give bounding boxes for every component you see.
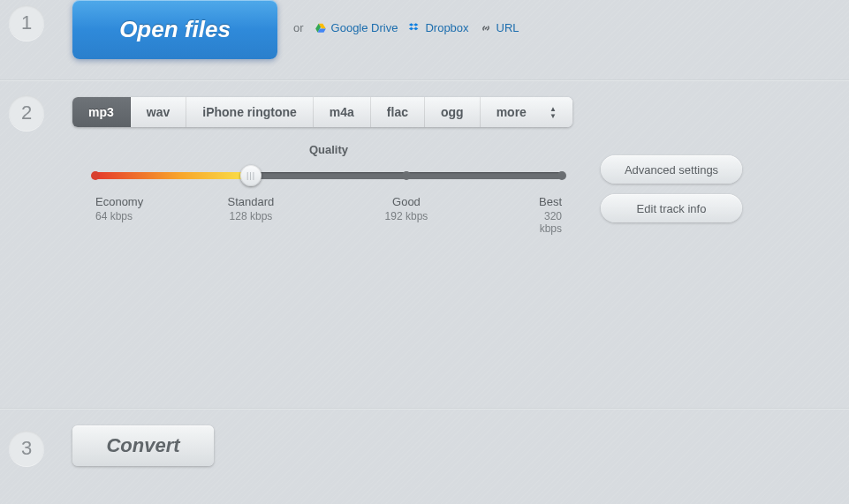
slider-tick-good[interactable] bbox=[402, 171, 411, 180]
google-drive-label: Google Drive bbox=[331, 21, 398, 34]
quality-bitrate: 192 kbps bbox=[385, 210, 428, 222]
side-buttons: Advanced settings Edit track info bbox=[601, 155, 742, 222]
quality-title: Quality bbox=[72, 143, 585, 156]
open-files-button[interactable]: Open files bbox=[72, 0, 277, 59]
dropbox-label: Dropbox bbox=[425, 21, 468, 34]
or-label: or bbox=[293, 21, 304, 34]
google-drive-icon bbox=[315, 22, 327, 34]
tab-more-label: more bbox=[497, 105, 527, 119]
tab-iphone-ringtone[interactable]: iPhone ringtone bbox=[186, 97, 314, 127]
step-1-badge: 1 bbox=[9, 5, 44, 41]
tab-ogg[interactable]: ogg bbox=[425, 97, 481, 127]
link-icon bbox=[480, 22, 492, 34]
quality-label-good: Good 192 kbps bbox=[385, 195, 428, 222]
dropbox-icon bbox=[408, 22, 421, 34]
tab-mp3[interactable]: mp3 bbox=[72, 97, 131, 127]
convert-button[interactable]: Convert bbox=[72, 425, 214, 466]
quality-name: Standard bbox=[228, 195, 275, 208]
quality-label-economy: Economy 64 kbps bbox=[95, 195, 143, 222]
quality-bitrate: 128 kbps bbox=[228, 210, 275, 222]
quality-bitrate: 64 kbps bbox=[95, 210, 143, 222]
tab-m4a[interactable]: m4a bbox=[314, 97, 371, 127]
quality-name: Good bbox=[392, 195, 421, 208]
step-1: 1 Open files or Google Drive Dropbox URL bbox=[0, 0, 849, 79]
quality-label-standard: Standard 128 kbps bbox=[228, 195, 275, 222]
edit-track-info-button[interactable]: Edit track info bbox=[601, 194, 742, 222]
updown-arrows-icon: ▲▼ bbox=[550, 106, 557, 119]
tab-flac[interactable]: flac bbox=[371, 97, 425, 127]
advanced-settings-button[interactable]: Advanced settings bbox=[601, 155, 742, 184]
slider-thumb[interactable] bbox=[240, 165, 262, 186]
url-link[interactable]: URL bbox=[480, 21, 519, 34]
slider-tick-economy[interactable] bbox=[91, 171, 100, 180]
dropbox-link[interactable]: Dropbox bbox=[408, 21, 468, 34]
step-2: 2 mp3 wav iPhone ringtone m4a flac ogg m… bbox=[0, 81, 849, 408]
quality-bitrate: 320 kbps bbox=[539, 210, 562, 235]
quality-name: Economy bbox=[95, 195, 143, 208]
google-drive-link[interactable]: Google Drive bbox=[315, 21, 398, 34]
step-2-badge: 2 bbox=[9, 95, 44, 131]
url-label: URL bbox=[497, 21, 519, 34]
quality-label-best: Best 320 kbps bbox=[539, 195, 562, 235]
format-tabs: mp3 wav iPhone ringtone m4a flac ogg mor… bbox=[72, 97, 572, 127]
slider-fill bbox=[95, 172, 249, 179]
slider-tick-best[interactable] bbox=[557, 171, 566, 180]
source-options: or Google Drive Dropbox URL bbox=[293, 21, 519, 34]
quality-name: Best bbox=[539, 195, 562, 208]
step-3-badge: 3 bbox=[9, 431, 44, 466]
quality-slider[interactable] bbox=[95, 169, 562, 183]
step-3: 3 Convert bbox=[0, 410, 849, 489]
tab-wav[interactable]: wav bbox=[131, 97, 186, 127]
tab-more[interactable]: more ▲▼ bbox=[481, 97, 572, 127]
quality-panel: Quality Economy 64 kbps Standard 128 kbp… bbox=[72, 143, 585, 230]
quality-labels: Economy 64 kbps Standard 128 kbps Good 1… bbox=[95, 195, 562, 230]
